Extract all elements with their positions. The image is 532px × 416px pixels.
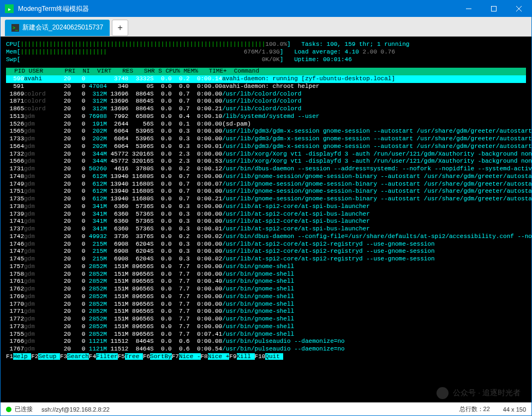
- cpu-label: CPU: [6, 41, 17, 49]
- process-row[interactable]: 1769 gdm 20 0 2852M 151M 89656 S 0.0 7.7…: [6, 293, 526, 301]
- titlebar[interactable]: ▸ ModengTerm终端模拟器: [1, 1, 531, 17]
- window-title: ModengTerm终端模拟器: [18, 4, 456, 14]
- process-row[interactable]: 1732 gdm 20 0 344M 45772 32016 S 0.0 2.3…: [6, 151, 526, 158]
- process-row[interactable]: 591 20 0 47084 340 0 S 0.0 0.0 0:00.00 a…: [6, 83, 526, 91]
- tab-label: 新建会话_20240625015737: [22, 23, 103, 32]
- process-row[interactable]: 1565 gdm 20 0 202M 6064 5396 S 0.0 0.3 0…: [6, 128, 526, 135]
- line-count: 总行数：22: [459, 405, 490, 413]
- terminal-icon: >_: [11, 24, 19, 32]
- process-row[interactable]: 1766 gdm 20 0 1121M 11512 8464 S 0.0 0.6…: [6, 338, 526, 346]
- cpu-value: 100.0%: [265, 41, 287, 49]
- process-row[interactable]: 1513 gdm 20 0 76988 7992 6580 S 0.0 0.4 …: [6, 113, 526, 121]
- process-row[interactable]: 1757 gdm 20 0 2852M 151M 89656 S 0.0 7.7…: [6, 263, 526, 271]
- function-keys[interactable]: F1Help F2Setup F3SearchF4FilterF5Tree F6…: [6, 353, 526, 361]
- mem-value: 676M/1.93G: [244, 49, 280, 56]
- load-label: Load average:: [294, 49, 344, 56]
- process-row[interactable]: 1747 gdm 20 0 215M 6908 6204 S 0.0 0.3 0…: [6, 248, 526, 255]
- process-row[interactable]: 1865 colord 20 0 312M 13696 8864 S 0.0 0…: [6, 105, 526, 113]
- process-row[interactable]: 1758 gdm 20 0 2852M 151M 89656 S 0.0 7.7…: [6, 271, 526, 278]
- cpu-bar: ||||||||||||||||||||||||||||||||||||||||…: [20, 41, 265, 49]
- process-row[interactable]: 1745 gdm 20 0 215M 6908 6204 S 0.0 0.3 0…: [6, 255, 526, 263]
- app-icon: ▸: [5, 4, 14, 13]
- process-row[interactable]: 1767 gdm 20 0 1121M 11512 8464 S 0.0 0.6…: [6, 346, 526, 353]
- process-row[interactable]: 1526 gdm 20 0 191M 2644 56 S 0.0 0.1 0:0…: [6, 121, 526, 128]
- process-row[interactable]: 1566 gdm 20 0 344M 45772 32016 S 0.0 2.3…: [6, 158, 526, 165]
- process-row[interactable]: 1773 gdm 20 0 2852M 151M 89656 S 0.0 7.7…: [6, 323, 526, 331]
- meters-panel: CPU[||||||||||||||||||||||||||||||||||||…: [6, 41, 526, 63]
- process-row[interactable]: 1748 gdm 20 0 612M 13940 11680 S 0.0 0.7…: [6, 173, 526, 181]
- mem-label: Mem: [6, 49, 17, 56]
- terminal-area[interactable]: CPU[||||||||||||||||||||||||||||||||||||…: [1, 37, 531, 402]
- tasks-info: Tasks: 100, 159 thr; 1 running: [301, 41, 409, 49]
- process-row[interactable]: 1737 gdm 20 0 341M 6360 5736 S 0.0 0.3 0…: [6, 225, 526, 233]
- close-button[interactable]: [506, 1, 531, 17]
- process-list[interactable]: 590 avahi 20 0 47288 3748 3332 S 0.0 0.2…: [6, 75, 526, 353]
- process-row[interactable]: 1751 gdm 20 0 612M 13940 11680 S 0.0 0.7…: [6, 188, 526, 195]
- process-row[interactable]: 1871 colord 20 0 312M 13696 8864 S 0.0 0…: [6, 98, 526, 105]
- window-buttons: [456, 1, 531, 17]
- tab-bar: >_ 新建会话_20240625015737 +: [1, 17, 531, 37]
- statusbar: 已连接 ssh://zyf@192.168.2.8:22 总行数：22 44 x…: [1, 402, 531, 415]
- swp-value: 0K/0K: [262, 56, 280, 64]
- ssh-address: ssh://zyf@192.168.2.8:22: [41, 406, 110, 413]
- process-row[interactable]: 1746 gdm 20 0 215M 6908 6204 S 0.0 0.3 0…: [6, 241, 526, 248]
- process-row[interactable]: 1761 gdm 20 0 2852M 151M 89656 S 0.0 7.7…: [6, 278, 526, 286]
- uptime-info: Uptime: 00:01:46: [294, 56, 352, 64]
- maximize-button[interactable]: [481, 1, 506, 17]
- minimize-button[interactable]: [456, 1, 481, 17]
- connection-status-icon: [6, 407, 11, 412]
- app-window: ▸ ModengTerm终端模拟器 >_ 新建会话_20240625015737…: [0, 0, 532, 416]
- process-row[interactable]: 1735 gdm 20 0 612M 13940 11680 S 0.0 0.7…: [6, 195, 526, 203]
- process-row[interactable]: 1742 gdm 20 0 49932 3736 3376 S 0.0 0.2 …: [6, 233, 526, 241]
- tab-session[interactable]: >_ 新建会话_20240625015737: [5, 20, 110, 36]
- svg-rect-1: [492, 7, 497, 11]
- process-row[interactable]: 1731 gdm 20 0 50260 4616 3780 S 0.0 0.2 …: [6, 165, 526, 173]
- process-row[interactable]: 1755 gdm 20 0 2852M 151M 89656 S 0.0 7.7…: [6, 331, 526, 338]
- process-row[interactable]: 1741 gdm 20 0 341M 6360 5736 S 0.0 0.3 0…: [6, 218, 526, 225]
- process-row[interactable]: 1771 gdm 20 0 2852M 151M 89656 S 0.0 7.7…: [6, 308, 526, 316]
- swp-label: Swp: [6, 56, 17, 64]
- process-row[interactable]: 1733 gdm 20 0 202M 6064 5396 S 0.0 0.3 0…: [6, 135, 526, 143]
- process-row[interactable]: 1770 gdm 20 0 2852M 151M 89656 S 0.0 7.7…: [6, 301, 526, 308]
- swp-bar: [20, 56, 261, 64]
- process-row[interactable]: 1738 gdm 20 0 341M 6360 5736 S 0.0 0.3 0…: [6, 203, 526, 211]
- process-row[interactable]: 1749 gdm 20 0 612M 13940 11680 S 0.0 0.7…: [6, 181, 526, 188]
- process-row[interactable]: 1869 colord 20 0 312M 13696 8864 S 0.0 0…: [6, 91, 526, 98]
- mem-bar: ||||||||||||||||||||||||: [20, 49, 243, 56]
- process-row[interactable]: 1564 gdm 20 0 202M 6064 5396 S 0.0 0.3 0…: [6, 143, 526, 151]
- add-tab-button[interactable]: +: [112, 20, 128, 36]
- terminal-size: 44 x 150: [503, 406, 526, 413]
- process-row[interactable]: 1762 gdm 20 0 2852M 151M 89656 S 0.0 7.7…: [6, 286, 526, 293]
- process-header[interactable]: PID USER PRI NI VIRT RES SHR S CPU% MEM%…: [6, 68, 526, 75]
- connection-status: 已连接: [15, 405, 33, 413]
- process-row[interactable]: 1772 gdm 20 0 2852M 151M 89656 S 0.0 7.7…: [6, 316, 526, 323]
- process-row[interactable]: 590 avahi 20 0 47288 3748 3332 S 0.0 0.2…: [6, 75, 526, 83]
- process-row[interactable]: 1739 gdm 20 0 341M 6360 5736 S 0.0 0.3 0…: [6, 211, 526, 218]
